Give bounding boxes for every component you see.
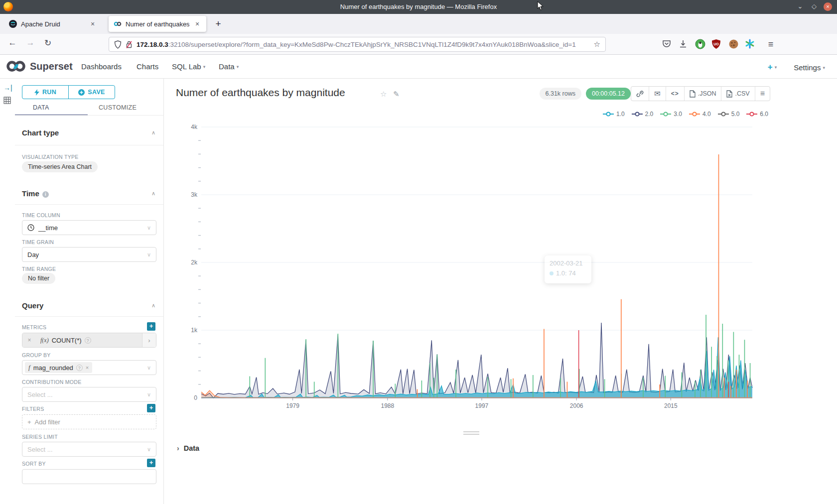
caret-down-icon: ∨ <box>147 225 151 231</box>
file-icon <box>690 90 696 98</box>
legend-label: 1.0 <box>616 111 625 118</box>
x-axis: 19791988199720062015 <box>201 398 752 409</box>
embed-code-button[interactable]: <> <box>666 87 684 101</box>
collapse-panel-icon[interactable]: →| <box>3 84 12 92</box>
cookie-extension-icon[interactable] <box>728 39 739 50</box>
collapse-section-icon[interactable]: ∧ <box>151 302 155 309</box>
time-grain-select[interactable]: Day ∨ <box>22 247 156 262</box>
remove-metric-icon[interactable]: × <box>22 333 36 347</box>
edit-title-icon[interactable]: ✎ <box>393 90 400 99</box>
export-csv-button[interactable]: .CSV <box>721 87 754 101</box>
superset-logo[interactable]: Superset <box>6 60 73 73</box>
query-duration-badge: 00:00:05.12 <box>586 88 631 100</box>
clock-icon <box>27 224 34 231</box>
forward-button[interactable]: → <box>24 38 37 48</box>
series-2.0 <box>201 323 752 398</box>
add-filter-dropzone[interactable]: + Add filter <box>22 414 156 429</box>
expand-metric-icon[interactable]: › <box>142 333 156 347</box>
legend-label: 6.0 <box>760 111 768 118</box>
tab-close-icon[interactable]: × <box>193 20 201 28</box>
ublock-origin-extension-icon[interactable]: UO <box>711 39 722 50</box>
mouse-cursor <box>537 1 544 11</box>
url-bar[interactable]: 172.18.0.3:32108/superset/explore/?form_… <box>109 37 606 52</box>
tab-close-icon[interactable]: × <box>89 20 97 28</box>
collapse-section-icon[interactable]: ∧ <box>151 129 155 136</box>
legend-item[interactable]: 2.0 <box>632 111 654 118</box>
pocket-icon[interactable] <box>662 39 673 50</box>
privacy-badger-extension-icon[interactable] <box>695 39 706 50</box>
add-sort-button[interactable]: + <box>147 459 155 467</box>
nav-charts[interactable]: Charts <box>137 62 158 71</box>
sort-by-label: SORT BY <box>22 461 46 467</box>
groupby-select[interactable]: f mag_rounded ? × ∨ <box>22 360 156 375</box>
chart-tooltip: 2002-03-21 1.0: 74 <box>545 255 591 283</box>
nav-dashboards[interactable]: Dashboards <box>81 62 122 71</box>
url-rest: :32108/superset/explore/?form_data_key=K… <box>168 41 576 48</box>
add-metric-button[interactable]: + <box>147 322 155 331</box>
export-json-button[interactable]: .JSON <box>684 87 721 101</box>
groupby-chip[interactable]: f mag_rounded ? × <box>25 362 92 373</box>
remove-chip-icon[interactable]: × <box>86 365 89 371</box>
data-section-toggle[interactable]: › Data <box>177 444 199 452</box>
run-button[interactable]: RUN <box>22 86 68 99</box>
bookmark-star-icon[interactable]: ☆ <box>594 40 600 49</box>
legend-item[interactable]: 6.0 <box>746 111 768 118</box>
browser-menu-icon[interactable]: ≡ <box>765 39 776 50</box>
sort-by-select[interactable] <box>22 469 156 484</box>
mail-icon: ✉ <box>654 89 661 98</box>
legend-item[interactable]: 4.0 <box>689 111 711 118</box>
download-icon[interactable] <box>678 39 689 50</box>
series-limit-select[interactable]: Select ... ∨ <box>22 442 156 457</box>
viz-type-label: VISUALIZATION TYPE <box>22 154 79 160</box>
viz-type-chip[interactable]: Time-series Area Chart <box>22 161 98 172</box>
legend-label: 3.0 <box>674 111 682 118</box>
legend-marker-icon <box>718 112 729 117</box>
tab-data[interactable]: DATA <box>33 104 49 111</box>
legend-item[interactable]: 5.0 <box>718 111 740 118</box>
asterisk-extension-icon[interactable] <box>745 39 756 50</box>
window-titlebar: Numer of earthquakes by magnitude — Mozi… <box>0 0 837 14</box>
favorite-star-icon[interactable]: ☆ <box>380 90 387 99</box>
time-column-select[interactable]: __time ∨ <box>22 220 156 235</box>
tab-apache-druid[interactable]: Apache Druid × <box>4 16 102 32</box>
nav-data[interactable]: Data▾ <box>219 62 239 71</box>
nav-sql-lab[interactable]: SQL Lab▾ <box>172 62 205 71</box>
contribution-mode-select[interactable]: Select ... ∨ <box>22 387 156 402</box>
new-tab-button[interactable]: + <box>211 18 225 29</box>
chart-plot-svg[interactable]: 01k2k3k4k19791988199720062015 <box>182 122 760 410</box>
dataset-grid-icon[interactable] <box>3 97 11 104</box>
resize-handle[interactable] <box>463 431 479 435</box>
email-button[interactable]: ✉ <box>649 87 666 101</box>
firefox-window: Numer of earthquakes by magnitude — Mozi… <box>0 0 837 504</box>
superset-infinity-icon <box>6 60 26 73</box>
time-range-chip[interactable]: No filter <box>22 273 55 284</box>
window-maximize-button[interactable]: ◇ <box>810 2 819 11</box>
section-chart-type: Chart type <box>22 128 59 137</box>
series-4.0 <box>201 154 752 398</box>
tab-superset-chart[interactable]: Numer of earthquakes by × <box>109 16 206 32</box>
window-minimize-button[interactable]: ⌄ <box>796 2 805 11</box>
svg-text:1988: 1988 <box>381 402 394 409</box>
window-close-button[interactable]: × <box>824 2 832 11</box>
save-button[interactable]: SAVE <box>68 86 115 99</box>
chart-menu-button[interactable]: ≡ <box>755 87 770 101</box>
new-chart-button[interactable]: +▾ <box>768 62 777 72</box>
svg-text:2k: 2k <box>191 259 198 266</box>
reload-button[interactable]: ↻ <box>41 38 54 48</box>
legend-item[interactable]: 3.0 <box>660 111 682 118</box>
back-button[interactable]: ← <box>6 38 19 48</box>
metrics-label: METRICS <box>22 324 46 330</box>
tab-strip: Apache Druid × Numer of earthquakes by ×… <box>0 14 837 34</box>
collapse-section-icon[interactable]: ∧ <box>151 190 155 197</box>
svg-text:1997: 1997 <box>475 402 489 409</box>
svg-text:2015: 2015 <box>664 402 678 409</box>
metric-item[interactable]: × f(x) COUNT(*) ? › <box>22 333 156 348</box>
copy-link-button[interactable] <box>631 87 649 101</box>
add-filter-button[interactable]: + <box>147 404 155 412</box>
settings-menu[interactable]: Settings▾ <box>794 63 825 72</box>
legend-item[interactable]: 1.0 <box>603 111 625 118</box>
tab-customize[interactable]: CUSTOMIZE <box>99 104 137 111</box>
caret-down-icon: ▾ <box>823 65 825 70</box>
legend-marker-icon <box>660 112 671 117</box>
filters-label: FILTERS <box>22 406 44 412</box>
